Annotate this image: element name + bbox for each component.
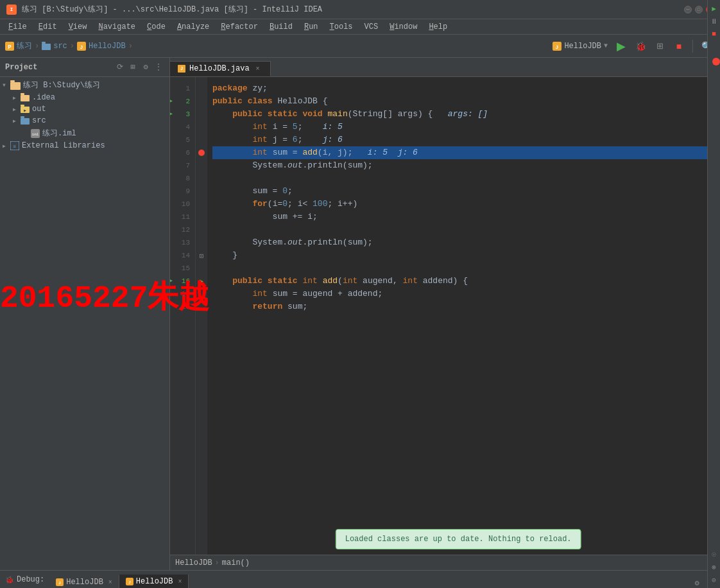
code-line-7: System.out.println(sum); (212, 159, 712, 172)
svg-text:P: P (8, 44, 12, 51)
code-line-10: for(i=0; i< 100; i++) (212, 198, 712, 211)
menu-code[interactable]: Code (142, 21, 171, 33)
gutter-cell-11 (196, 211, 207, 223)
svg-text:J: J (128, 580, 131, 585)
coverage-button[interactable]: ⊞ (651, 38, 668, 55)
tree-item-src[interactable]: ▶ src (0, 115, 169, 126)
editor-area: J HelloJDB.java × 1 ▶2 ▶3 4 5 6 7 8 (170, 58, 720, 570)
sidebar-expand-btn[interactable]: ⊞ (127, 62, 139, 73)
menu-help[interactable]: Help (424, 21, 452, 33)
project-folder-icon (10, 80, 21, 91)
tree-item-extlib[interactable]: ▶ ≡ External Libraries (0, 140, 169, 151)
svg-text:iml: iml (32, 132, 39, 137)
tree-item-idea[interactable]: ▶ .idea (0, 92, 169, 103)
svg-text:▶: ▶ (24, 108, 26, 113)
fold-icon[interactable]: ⊡ (200, 252, 204, 260)
debug-tab2-close[interactable]: × (178, 578, 182, 585)
line-num-16: ▶16 (170, 275, 195, 288)
tree-arrow-extlib: ▶ (3, 143, 10, 149)
code-line-16: public static int add(int augend, int ad… (212, 275, 712, 288)
line-num-4: 4 (170, 121, 195, 134)
file-tree: ▼ 练习 B:\Study\练习 ▶ .idea ▶ ▶ out ▶ src (0, 77, 169, 570)
sidebar-icons: ⟳ ⊞ ⚙ ⋮ (114, 62, 164, 73)
menu-edit[interactable]: Edit (33, 21, 62, 33)
sidebar-sync-btn[interactable]: ⟳ (114, 62, 126, 73)
sidebar-settings-btn[interactable]: ⚙ (140, 62, 151, 73)
run-config-icon: J (553, 42, 561, 51)
code-line-12 (212, 223, 712, 236)
menu-file[interactable]: File (3, 21, 32, 33)
tree-item-root[interactable]: ▼ 练习 B:\Study\练习 (0, 78, 169, 92)
debug-button[interactable]: 🐞 (632, 38, 649, 55)
gutter-cell-6-breakpoint[interactable] (196, 146, 207, 159)
svg-rect-3 (42, 42, 46, 44)
tab-close-button[interactable]: × (253, 64, 262, 73)
gutter-cell-16: ▶ (196, 275, 207, 288)
run-config-dropdown-icon[interactable]: ▼ (604, 42, 608, 49)
gutter-cell-9 (196, 185, 207, 198)
maximize-button[interactable]: ☐ (695, 6, 703, 13)
stop-button[interactable]: ■ (671, 38, 687, 55)
svg-rect-9 (10, 80, 15, 82)
minimize-button[interactable]: — (684, 6, 692, 13)
debug-tab2-icon: J (126, 578, 133, 585)
debug-tab1-close[interactable]: × (108, 579, 112, 586)
line-num-12: 12 (170, 223, 195, 236)
tree-label-idea: .idea (32, 93, 55, 102)
menu-refactor[interactable]: Refactor (216, 21, 263, 33)
tree-arrow-idea: ▶ (13, 95, 21, 101)
code-editor: 1 ▶2 ▶3 4 5 6 7 8 9 10 11 12 13 14 15 (170, 77, 720, 555)
debug-settings-icon[interactable]: ⚙ (690, 576, 703, 588)
tree-item-iml[interactable]: iml 练习.iml (0, 126, 169, 140)
menu-run[interactable]: Run (299, 21, 323, 33)
gutter-cell-18 (196, 300, 207, 313)
svg-text:J: J (80, 44, 83, 50)
gutter: ⊡ ▶ (196, 77, 207, 555)
error-indicator (712, 58, 720, 65)
gutter-cell-15 (196, 262, 207, 275)
breakpoint-indicator (198, 150, 205, 156)
menu-navigate[interactable]: Navigate (93, 21, 141, 33)
debug-tab-2[interactable]: J HelloJDB × (119, 575, 189, 588)
editor-tab-hellojdb[interactable]: J HelloJDB.java × (170, 61, 271, 76)
gutter-cell-7 (196, 159, 207, 172)
menu-view[interactable]: View (64, 21, 92, 33)
debug-tab-1[interactable]: J HelloJDB × (49, 575, 119, 588)
gutter-cell-13 (196, 236, 207, 249)
line-numbers: 1 ▶2 ▶3 4 5 6 7 8 9 10 11 12 13 14 15 (170, 77, 196, 555)
tree-arrow-root: ▼ (3, 82, 10, 88)
line-num-1: 1 (170, 82, 195, 95)
titlebar-left: I 练习 [B:\Study\练习] - ...\src\HelloJDB.ja… (6, 4, 322, 15)
menubar: File Edit View Navigate Code Analyze Ref… (0, 19, 720, 35)
svg-rect-10 (21, 95, 30, 101)
toolbar: P 练习 › src › J HelloJDB › J HelloJDB ▼ ▶… (0, 35, 720, 58)
menu-analyze[interactable]: Analyze (172, 21, 214, 33)
menu-tools[interactable]: Tools (325, 21, 358, 33)
code-content[interactable]: package zy; public class HelloJDB { publ… (207, 77, 712, 555)
line-num-18: 18 (170, 300, 195, 313)
libraries-icon: ≡ (10, 141, 19, 150)
gutter-cell-2 (196, 95, 207, 108)
app-icon: I (6, 4, 17, 15)
tree-item-out[interactable]: ▶ ▶ out (0, 103, 169, 115)
tree-label-out: out (32, 105, 46, 114)
line-num-5: 5 (170, 134, 195, 146)
titlebar: I 练习 [B:\Study\练习] - ...\src\HelloJDB.ja… (0, 0, 720, 19)
debug-text: Debug: (17, 575, 44, 584)
tree-label-iml: 练习.iml (42, 128, 76, 139)
sidebar-gear-btn[interactable]: ⋮ (153, 62, 164, 73)
stop-icon: ■ (676, 41, 681, 51)
gutter-cell-10 (196, 198, 207, 211)
line-num-13: 13 (170, 236, 195, 249)
menu-build[interactable]: Build (264, 21, 298, 33)
run-button[interactable]: ▶ (613, 38, 630, 55)
svg-text:J: J (556, 44, 559, 50)
menu-window[interactable]: Window (384, 21, 422, 33)
menu-vcs[interactable]: VCS (359, 21, 384, 33)
debug-icon-label: 🐞 (5, 576, 14, 584)
toolbar-right: J HelloJDB ▼ ▶ 🐞 ⊞ ■ 🔍 (553, 38, 715, 55)
src-folder-icon-tree (21, 116, 30, 125)
iml-file-icon: iml (31, 129, 40, 138)
svg-text:≡: ≡ (13, 144, 17, 150)
tab-java-icon: J (178, 65, 185, 73)
